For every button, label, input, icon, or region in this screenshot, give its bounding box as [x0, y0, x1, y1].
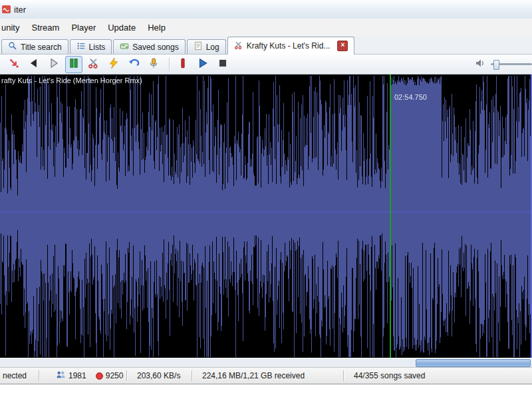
tab-saved-songs[interactable]: Saved songs [113, 39, 185, 54]
tab-current-song[interactable]: Krafty Kuts - Let's Rid... × [227, 37, 355, 55]
app-window: iter unity Stream Player Update Help Tit… [0, 0, 532, 384]
status-counts: 1981 9250 [40, 368, 126, 384]
undo-icon [128, 57, 140, 72]
volume-slider[interactable] [491, 63, 532, 65]
status-clients: 1981 [68, 371, 86, 380]
scissors-icon [234, 41, 243, 52]
menu-item-help[interactable]: Help [142, 20, 172, 35]
desktop-background [0, 384, 532, 399]
scrollbar-thumb[interactable] [416, 359, 531, 367]
log-icon [194, 41, 203, 53]
waveform-editor: rafty Kuts - Let's Ride (Merten Horger R… [0, 74, 532, 358]
lists-icon [76, 41, 86, 53]
track-title: rafty Kuts - Let's Ride (Merten Horger R… [1, 76, 142, 84]
red-dot-icon [96, 372, 103, 380]
tab-log[interactable]: Log [187, 39, 226, 54]
record-mic-button[interactable] [145, 56, 162, 73]
microphone-icon [148, 57, 160, 72]
menubar: unity Stream Player Update Help [0, 19, 532, 36]
next-icon [48, 57, 60, 72]
volume-slider-handle[interactable] [493, 60, 499, 70]
waveform-canvas[interactable] [0, 74, 532, 358]
status-connection: nected [0, 368, 39, 384]
tab-label: Log [206, 43, 219, 52]
tab-title-search[interactable]: Title search [1, 39, 68, 54]
play-icon [197, 57, 209, 72]
tab-lists[interactable]: Lists [70, 39, 112, 54]
cut-song-button[interactable] [5, 56, 23, 73]
tabbar: Title search Lists Saved songs Log Kraft… [0, 36, 532, 55]
play-button[interactable] [194, 56, 211, 73]
app-icon [1, 4, 12, 15]
horizontal-scrollbar[interactable] [0, 358, 532, 367]
cut-red-icon [8, 57, 20, 72]
saved-songs-icon [120, 41, 129, 53]
previous-cut-button[interactable] [25, 56, 43, 73]
window-title: iter [14, 5, 26, 15]
toolbar [0, 55, 532, 74]
pause-button[interactable] [65, 56, 82, 73]
marker-icon [177, 57, 189, 72]
menu-item-update[interactable]: Update [102, 20, 142, 35]
previous-icon [28, 57, 40, 72]
screen: iter unity Stream Player Update Help Tit… [0, 0, 532, 399]
users-icon [56, 370, 66, 381]
tab-label: Title search [21, 43, 62, 52]
pause-icon [68, 57, 80, 72]
volume-control [475, 58, 532, 71]
menu-item-stream[interactable]: Stream [25, 20, 65, 35]
status-received: 224,16 MB/1,21 GB received [193, 368, 343, 384]
search-icon [8, 41, 17, 53]
auto-cut-button[interactable] [105, 56, 122, 73]
tab-label: Krafty Kuts - Let's Rid... [247, 41, 331, 51]
tab-label: Saved songs [132, 43, 178, 52]
stop-icon [217, 57, 229, 72]
lightning-icon [108, 57, 120, 72]
status-speed: 203,60 KB/s [128, 368, 192, 384]
menu-item-player[interactable]: Player [65, 20, 102, 35]
tab-label: Lists [89, 43, 106, 52]
next-cut-button[interactable] [45, 56, 63, 73]
scissors-cut-button[interactable] [85, 56, 102, 73]
toolbar-separator [169, 58, 170, 71]
set-marker-button[interactable] [174, 56, 192, 73]
stop-button[interactable] [214, 56, 231, 73]
scissors-icon [88, 57, 100, 72]
undo-button[interactable] [125, 56, 142, 73]
cursor-timestamp: 02:54.750 [394, 93, 427, 101]
titlebar: iter [0, 0, 532, 19]
status-titles: 9250 [106, 371, 124, 380]
speaker-icon[interactable] [475, 58, 485, 71]
menu-item-community[interactable]: unity [0, 20, 25, 35]
status-songs-saved: 44/355 songs saved [344, 368, 532, 384]
tab-close-icon[interactable]: × [337, 41, 348, 51]
statusbar: nected 1981 9250 203,60 KB/s 224,16 MB/1… [0, 367, 532, 384]
